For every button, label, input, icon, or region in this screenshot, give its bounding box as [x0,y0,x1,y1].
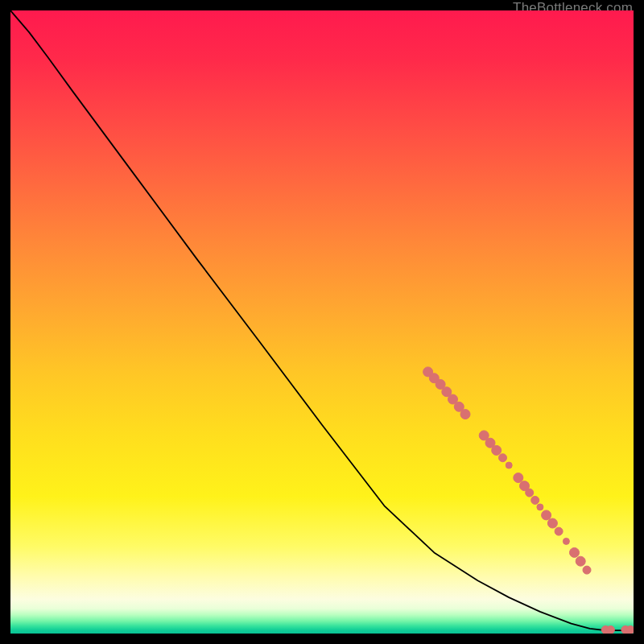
chart-svg [10,10,634,634]
curve-markers [423,367,634,634]
curve-marker [542,510,551,520]
curve-marker [570,547,580,557]
curve-marker [555,527,563,535]
curve-marker [499,454,507,462]
curve-marker [506,462,512,469]
curve-line [10,10,634,630]
curve-marker [514,473,523,483]
curve-marker [460,410,470,419]
curve-marker [526,489,534,497]
curve-marker [537,504,543,510]
curve-marker [531,496,539,504]
curve-marker [626,625,634,634]
curve-marker [563,538,569,544]
chart-frame: TheBottleneck.com [0,0,644,644]
curve-marker [492,445,502,455]
curve-marker [576,556,585,566]
curve-marker [606,625,614,634]
plot-area [10,10,634,634]
curve-marker [547,518,557,528]
curve-marker [583,566,591,574]
